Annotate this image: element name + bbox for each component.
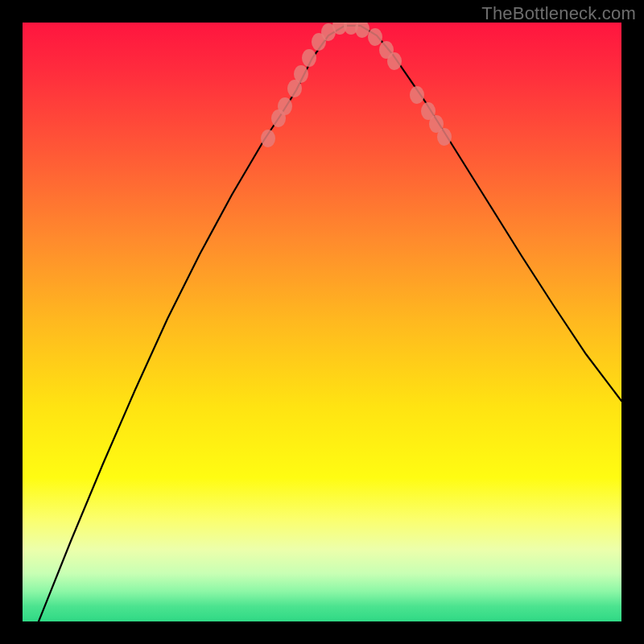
curve-marker: [278, 97, 292, 115]
curve-marker: [355, 23, 369, 38]
curve-marker: [302, 49, 316, 67]
curve-layer: [23, 23, 621, 621]
curve-marker: [261, 130, 275, 147]
plot-area: [23, 23, 621, 621]
curve-marker: [294, 65, 308, 83]
curve-markers: [261, 23, 452, 147]
curve-marker: [387, 52, 402, 70]
bottleneck-curve: [39, 26, 621, 621]
chart-frame: TheBottleneck.com: [0, 0, 644, 644]
curve-marker: [368, 28, 382, 46]
curve-marker: [437, 128, 452, 146]
watermark-text: TheBottleneck.com: [481, 3, 636, 24]
curve-marker: [410, 86, 424, 104]
